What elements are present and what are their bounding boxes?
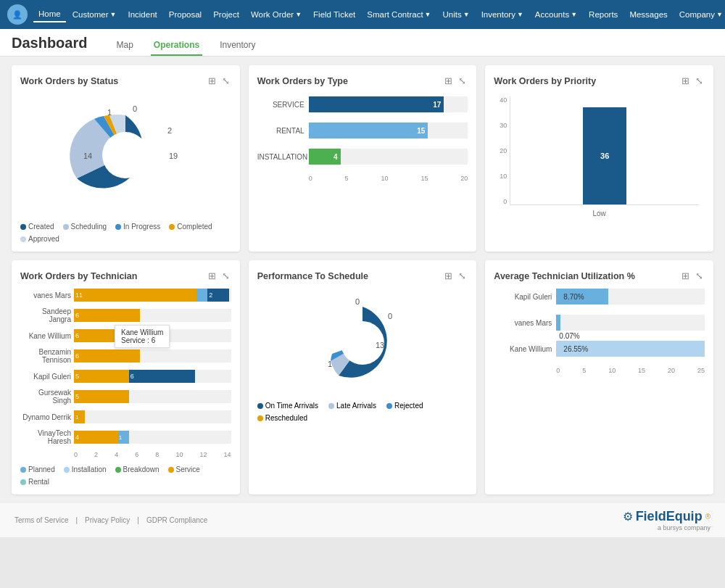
card-performance-download[interactable]: ⊞ <box>443 269 454 283</box>
card-status-download[interactable]: ⊞ <box>207 74 218 88</box>
nav-units[interactable]: Units ▼ <box>438 7 475 22</box>
legend-inprogress: In Progress <box>115 223 160 231</box>
card-status-header: Work Orders by Status ⊞ ⤡ <box>20 74 231 88</box>
svg-text:2: 2 <box>167 126 172 135</box>
card-priority-title: Work Orders by Priority <box>494 76 596 86</box>
legend-rejected: Rejected <box>386 402 423 410</box>
legend-ontimearrivals: On Time Arrivals <box>257 402 318 410</box>
logo-icon: ⚙ <box>623 510 633 523</box>
nav-customer[interactable]: Customer ▼ <box>67 7 122 22</box>
main-content: Work Orders by Status ⊞ ⤡ <box>0 57 725 503</box>
svg-text:0: 0 <box>133 104 137 113</box>
card-performance-header: Performance To Schedule ⊞ ⤡ <box>257 269 468 283</box>
card-priority-actions: ⊞ ⤡ <box>680 74 705 88</box>
footer-gdpr[interactable]: GDPR Compliance <box>146 516 207 524</box>
card-type-header: Work Orders by Type ⊞ ⤡ <box>257 74 468 88</box>
tech-row-benzamin: Benzamin Tennison 6 <box>20 348 231 364</box>
type-bars: SERVICE 17 RENTAL 15 <box>257 94 468 182</box>
tab-inventory[interactable]: Inventory <box>217 36 258 56</box>
card-priority-expand[interactable]: ⤡ <box>694 74 705 88</box>
card-priority: Work Orders by Priority ⊞ ⤡ 40 30 20 10 … <box>485 65 713 252</box>
tab-map[interactable]: Map <box>113 36 136 56</box>
util-row-kapil: Kapil Guleri 8.70% <box>494 289 705 305</box>
nav-workorder[interactable]: Work Order ▼ <box>246 7 307 22</box>
tech-row-vanes: vanes Mars 11 2 <box>20 289 231 302</box>
card-performance-expand[interactable]: ⤡ <box>457 269 468 283</box>
legend-created: Created <box>20 223 54 231</box>
nav-incident[interactable]: Incident <box>123 7 162 22</box>
nav-reports[interactable]: Reports <box>584 7 623 22</box>
nav-smartcontract[interactable]: Smart Contract ▼ <box>362 7 436 22</box>
priority-bar-low: 36 <box>583 107 626 204</box>
priority-chart-area: 36 <box>510 96 699 205</box>
svg-text:19: 19 <box>169 152 178 160</box>
nav-accounts[interactable]: Accounts ▼ <box>530 7 582 22</box>
card-technician-expand[interactable]: ⤡ <box>220 269 231 283</box>
card-type-expand[interactable]: ⤡ <box>457 74 468 88</box>
nav-proposal[interactable]: Proposal <box>164 7 207 22</box>
card-type-download[interactable]: ⊞ <box>443 74 454 88</box>
type-row-service: SERVICE 17 <box>257 96 468 112</box>
svg-text:1: 1 <box>328 360 332 368</box>
type-row-rental: RENTAL 15 <box>257 123 468 138</box>
card-type-title: Work Orders by Type <box>257 76 348 86</box>
card-utilization-expand[interactable]: ⤡ <box>694 269 705 283</box>
legend-latearrivals: Late Arrivals <box>328 402 376 410</box>
dashboard-grid: Work Orders by Status ⊞ ⤡ <box>12 65 713 494</box>
user-avatar[interactable]: 👤 <box>7 4 28 25</box>
utilization-x-axis: 0 5 10 15 20 25 <box>494 367 705 374</box>
type-row-installation: INSTALLATION 4 <box>257 149 468 165</box>
legend-service: Service <box>168 465 200 473</box>
legend-completed: Completed <box>169 223 212 231</box>
card-performance-title: Performance To Schedule <box>257 271 368 281</box>
logo-sub: a bursys company <box>658 524 710 531</box>
card-utilization-actions: ⊞ ⤡ <box>680 269 705 283</box>
card-status-title: Work Orders by Status <box>20 76 118 86</box>
card-status-actions: ⊞ ⤡ <box>207 74 231 88</box>
legend-scheduling: Scheduling <box>63 223 107 231</box>
footer: Terms of Service | Privacy Policy | GDPR… <box>0 503 725 537</box>
status-legend: Created Scheduling In Progress Completed… <box>20 223 231 243</box>
legend-rental: Rental <box>20 478 49 486</box>
legend-planned: Planned <box>20 465 55 473</box>
card-technician: Work Orders by Technician ⊞ ⤡ Kane Willi… <box>12 260 240 494</box>
footer-privacy[interactable]: Privacy Policy <box>85 516 130 524</box>
card-status: Work Orders by Status ⊞ ⤡ <box>12 65 240 252</box>
performance-donut: 13 1 0 0 <box>257 289 468 397</box>
card-status-expand[interactable]: ⤡ <box>220 74 231 88</box>
card-technician-title: Work Orders by Technician <box>20 271 137 281</box>
card-technician-download[interactable]: ⊞ <box>207 269 218 283</box>
card-technician-actions: ⊞ ⤡ <box>207 269 231 283</box>
page-title: Dashboard <box>12 35 87 56</box>
svg-text:0: 0 <box>388 312 392 320</box>
card-utilization-title: Average Technician Utilization % <box>494 271 635 281</box>
footer-terms[interactable]: Terms of Service <box>14 516 68 524</box>
nav-fieldticket[interactable]: Field Ticket <box>308 7 360 22</box>
card-performance-actions: ⊞ ⤡ <box>443 269 468 283</box>
tech-row-kapil: Kapil Guleri 5 6 <box>20 370 231 383</box>
nav-messages[interactable]: Messages <box>624 7 672 22</box>
card-priority-header: Work Orders by Priority ⊞ ⤡ <box>494 74 705 88</box>
nav-inventory[interactable]: Inventory ▼ <box>476 7 529 22</box>
performance-legend: On Time Arrivals Late Arrivals Rejected … <box>257 402 468 422</box>
footer-links: Terms of Service | Privacy Policy | GDPR… <box>14 516 207 524</box>
technician-legend: Planned Installation Breakdown Service R… <box>20 465 231 486</box>
navbar: 👤 Home Customer ▼ Incident Proposal Proj… <box>0 0 725 29</box>
nav-project[interactable]: Project <box>208 7 244 22</box>
priority-x-label: Low <box>494 210 705 218</box>
tech-row-gursewak: Gursewak Singh 5 <box>20 389 231 405</box>
nav-home[interactable]: Home <box>33 7 66 22</box>
card-utilization: Average Technician Utilization % ⊞ ⤡ Kap… <box>485 260 713 494</box>
util-row-vanes: vanes Mars 0.07% <box>494 315 705 331</box>
card-performance: Performance To Schedule ⊞ ⤡ 13 <box>249 260 477 494</box>
tab-operations[interactable]: Operations <box>151 36 202 56</box>
nav-company[interactable]: Company ▼ <box>674 7 725 22</box>
technician-bars: Kane WilliumService : 6 vanes Mars 11 2 … <box>20 289 231 458</box>
card-priority-download[interactable]: ⊞ <box>680 74 691 88</box>
legend-rescheduled: Rescheduled <box>257 414 307 422</box>
tech-row-sandeep: Sandeep Jangra 6 <box>20 307 231 323</box>
tech-row-dynamo: Dynamo Derrik 1 <box>20 410 231 423</box>
svg-text:1: 1 <box>107 108 112 117</box>
legend-approved: Approved <box>20 235 59 243</box>
card-utilization-download[interactable]: ⊞ <box>680 269 691 283</box>
